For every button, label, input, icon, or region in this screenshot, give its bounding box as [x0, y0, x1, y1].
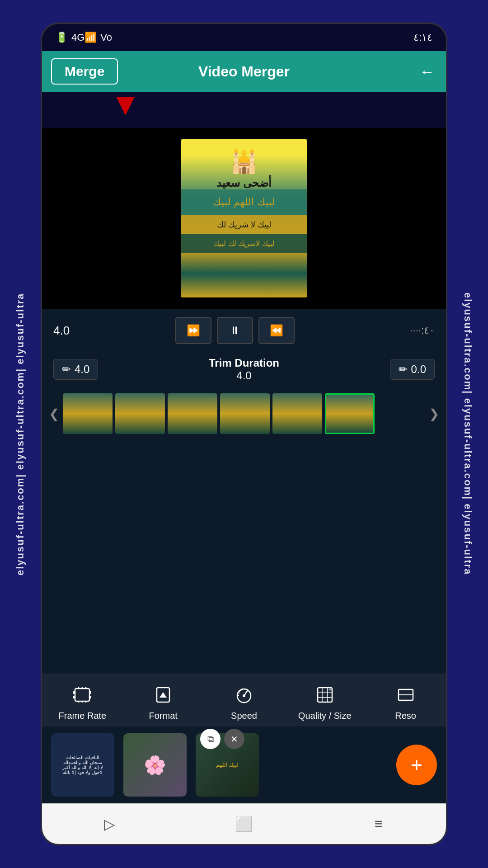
pause-button[interactable]: ⏸	[217, 317, 253, 344]
gold-band: لبيك لا شريك لك	[181, 215, 307, 234]
speed-label: Speed	[231, 711, 257, 721]
svg-rect-0	[75, 689, 89, 701]
add-clip-button[interactable]: +	[396, 745, 437, 785]
frame-content-5	[272, 393, 322, 434]
toolbar-item-format[interactable]: Format	[136, 682, 190, 721]
fast-forward-button[interactable]: ⏩	[175, 317, 211, 344]
header: Merge Video Merger ←	[42, 51, 446, 92]
clip-1-content: الباقيات الصالحاتسبحان الله والحمدللهلا …	[51, 733, 114, 797]
clips-section: الباقيات الصالحاتسبحان الله والحمدللهلا …	[42, 726, 446, 803]
quality-icon: +	[312, 682, 337, 707]
svg-rect-2	[89, 691, 91, 694]
status-right: ٤:١٤	[413, 32, 432, 43]
stop-icon: ⬜	[235, 816, 253, 833]
add-icon: +	[411, 753, 422, 777]
svg-rect-4	[89, 696, 91, 698]
framerate-label: Frame Rate	[59, 711, 107, 721]
timeline-frame-4	[220, 393, 270, 434]
resolution-icon	[393, 682, 418, 707]
toolbar-item-speed[interactable]: Speed	[217, 682, 271, 721]
trim-left-input[interactable]: ✏ 4.0	[53, 359, 98, 380]
thumbnail-content: 🕌 أضحى سعيد لبيك اللهم لبيك لبيك لا شريك…	[181, 139, 307, 297]
timeline-frame-6	[325, 393, 375, 434]
clip-close-button[interactable]: ✕	[224, 729, 244, 749]
battery-icon: 🔋	[56, 32, 68, 43]
timeline-frame-3	[168, 393, 217, 434]
edit-left-icon: ✏	[62, 363, 71, 376]
empty-area	[42, 441, 446, 674]
time-right: ····:٤٠	[389, 325, 435, 336]
svg-rect-3	[73, 696, 75, 698]
timeline-right-arrow[interactable]: ❯	[429, 406, 439, 421]
phone-frame: 🔋 4G📶 Vo ٤:١٤ Merge Video Merger ← ▲ 🕌 أ…	[41, 23, 447, 845]
back-button[interactable]: ←	[419, 63, 435, 80]
thumbnail-top-icon: 🕌	[230, 148, 258, 175]
clip-3-wrapper: لبيك اللهم ⧉ ✕	[196, 733, 259, 797]
svg-rect-1	[73, 691, 75, 694]
bottom-toolbar: Frame Rate Format Speed	[42, 674, 446, 726]
svg-text:+: +	[328, 686, 332, 693]
format-label: Format	[149, 711, 178, 721]
resolution-label: Reso	[395, 711, 416, 721]
controls-group: ⏩ ⏸ ⏪	[89, 317, 380, 344]
page-title: Video Merger	[198, 63, 290, 80]
nav-stop-button[interactable]: ⬜	[228, 808, 260, 840]
rewind-button[interactable]: ⏪	[258, 317, 295, 344]
bottom-nav: ▷ ⬜ ≡	[42, 803, 446, 844]
frame-content-6	[326, 395, 373, 433]
merge-button[interactable]: Merge	[51, 58, 118, 85]
clip-thumb-1[interactable]: الباقيات الصالحاتسبحان الله والحمدللهلا …	[51, 733, 114, 797]
svg-point-14	[243, 694, 245, 697]
trim-label: Trim Duration	[209, 357, 279, 369]
nav-play-button[interactable]: ▷	[94, 808, 125, 840]
red-arrow-icon: ▲	[110, 92, 141, 123]
timeline-frame-5	[272, 393, 322, 434]
quality-label: Quality / Size	[298, 711, 352, 721]
video-preview: 🕌 أضحى سعيد لبيك اللهم لبيك لبيك لا شريك…	[42, 128, 446, 309]
watermark-right: elyusuf-ultra.com| elyusuf-ultra.com| el…	[447, 0, 488, 868]
framerate-icon	[70, 682, 95, 707]
trim-duration: 4.0	[209, 369, 279, 382]
toolbar-item-framerate[interactable]: Frame Rate	[55, 682, 109, 721]
watermark-left: elyusuf-ultra.com| elyusuf-ultra.com| el…	[0, 0, 41, 868]
menu-icon: ≡	[375, 816, 383, 832]
edit-right-icon: ✏	[399, 363, 408, 376]
arrow-pointer-area: ▲	[42, 92, 446, 128]
trim-right-input[interactable]: ✏ 0.0	[390, 359, 435, 380]
bottom-band: لبيك لاشريك لك لبيك	[181, 234, 307, 253]
playback-controls: 4.0 ⏩ ⏸ ⏪ ····:٤٠	[42, 309, 446, 352]
clip-controls: ⧉ ✕	[200, 729, 244, 749]
clip-copy-button[interactable]: ⧉	[200, 729, 221, 749]
clip-2-content: 🌸	[123, 733, 187, 797]
trim-section: ✏ 4.0 Trim Duration 4.0 ✏ 0.0	[42, 352, 446, 389]
timeline-frame-1	[63, 393, 113, 434]
trim-right-value: 0.0	[411, 363, 426, 376]
status-left: 🔋 4G📶 Vo	[56, 32, 112, 43]
toolbar-item-resolution[interactable]: Reso	[379, 682, 433, 721]
trim-left-value: 4.0	[75, 363, 89, 376]
clip-thumb-2[interactable]: 🌸	[123, 733, 187, 797]
play-icon: ▷	[104, 816, 115, 833]
status-time: ٤:١٤	[413, 32, 432, 43]
timeline-left-arrow[interactable]: ❮	[49, 406, 59, 421]
video-thumbnail: 🕌 أضحى سعيد لبيك اللهم لبيك لبيك لا شريك…	[181, 139, 307, 297]
frame-content-4	[220, 393, 270, 434]
frame-content-1	[63, 393, 113, 434]
trim-center: Trim Duration 4.0	[209, 357, 279, 382]
svg-marker-12	[160, 692, 167, 698]
nav-menu-button[interactable]: ≡	[363, 808, 394, 840]
teal-band: لبيك اللهم لبيك	[181, 189, 307, 215]
vo-indicator: Vo	[100, 32, 112, 43]
timeline-strip	[63, 393, 425, 434]
speed-icon	[231, 682, 256, 707]
frame-content-2	[115, 393, 165, 434]
timeline-section: ❮ ❯	[42, 389, 446, 441]
time-left: 4.0	[53, 324, 80, 338]
signal-icon: 4G📶	[71, 32, 97, 43]
timeline-frame-2	[115, 393, 165, 434]
arabic-text-1: أضحى سعيد	[216, 177, 272, 189]
frame-content-3	[168, 393, 217, 434]
status-bar: 🔋 4G📶 Vo ٤:١٤	[42, 24, 446, 51]
format-icon	[151, 682, 176, 707]
toolbar-item-quality[interactable]: + Quality / Size	[298, 682, 352, 721]
